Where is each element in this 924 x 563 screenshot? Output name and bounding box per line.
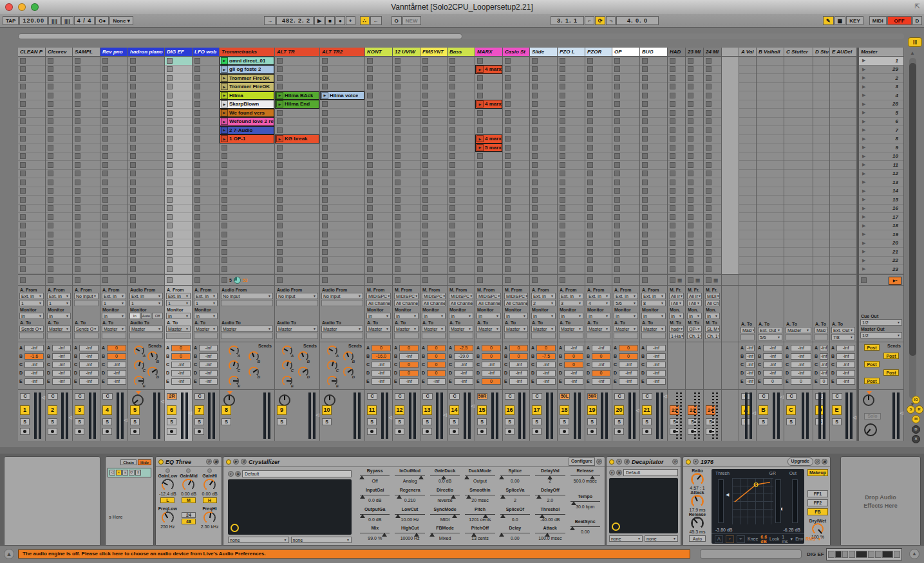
clip-stop-button[interactable] xyxy=(532,136,538,142)
clip-stop-button[interactable] xyxy=(706,84,712,89)
scene-slot-20[interactable]: ▶20 xyxy=(859,239,903,248)
param-slider-handle[interactable] xyxy=(545,530,550,537)
clip-stop-button[interactable] xyxy=(688,84,693,89)
send-amount[interactable]: -inf xyxy=(763,345,782,351)
session-record-new-button[interactable]: NEW xyxy=(402,16,421,25)
clip-stop-button[interactable] xyxy=(222,180,227,185)
send-amount[interactable]: -inf xyxy=(509,370,528,376)
io-select[interactable]: 5/6▼ xyxy=(614,300,638,306)
clip-stop-button[interactable] xyxy=(20,84,26,89)
io-select[interactable]: Ext. In▼ xyxy=(102,293,126,299)
clip-stop-button[interactable] xyxy=(587,75,593,81)
param-slider-handle[interactable] xyxy=(471,530,476,537)
solo-button[interactable]: S xyxy=(832,418,842,425)
track-header[interactable]: A Val xyxy=(739,48,756,57)
clip-stop-button[interactable] xyxy=(614,136,620,142)
clip-stop-button[interactable] xyxy=(587,171,593,176)
io-select[interactable]: In▼ xyxy=(422,313,446,319)
param-slider[interactable] xyxy=(535,512,565,517)
chain-solo-button[interactable]: s xyxy=(122,470,128,475)
clip-stop-button[interactable] xyxy=(706,145,712,151)
clip[interactable]: ▶SkarpBlown xyxy=(220,100,274,109)
clip-stop-button[interactable] xyxy=(642,188,648,194)
track-activator[interactable]: 14 xyxy=(449,405,459,415)
nudge-up-button[interactable]: |||| xyxy=(61,16,73,25)
clip-stop-button[interactable] xyxy=(449,214,455,220)
clip-stop-button[interactable] xyxy=(688,232,693,237)
clip-stop-button[interactable] xyxy=(130,101,136,107)
param-value[interactable]: 99.0 % xyxy=(357,536,392,540)
device-on-led[interactable] xyxy=(226,459,231,465)
param-slider-handle[interactable] xyxy=(499,530,504,537)
clip-stop-button[interactable] xyxy=(587,197,593,203)
clip-stop-button[interactable] xyxy=(322,205,328,211)
send-amount[interactable]: 0 xyxy=(427,362,446,368)
send-amount[interactable]: -inf xyxy=(372,370,391,376)
clip-stop-button[interactable] xyxy=(20,127,26,133)
clip-stop-button[interactable] xyxy=(367,197,373,203)
io-select[interactable]: SL M▼ xyxy=(705,326,720,332)
track-activator[interactable]: 20 xyxy=(614,405,624,415)
clip-stop-button[interactable] xyxy=(75,118,80,124)
param-value[interactable]: Output xyxy=(462,479,497,483)
clip-stop-button[interactable] xyxy=(587,136,593,142)
stop-clips-button[interactable] xyxy=(688,277,693,283)
audio-engine-warning[interactable]: The audio engine is off. Please click he… xyxy=(18,549,690,558)
clip-stop-button[interactable] xyxy=(48,153,53,159)
clip-stop-button[interactable] xyxy=(20,171,26,176)
stop-clips-button[interactable] xyxy=(167,277,173,283)
param-slider[interactable] xyxy=(360,512,390,517)
fb-button[interactable]: FB xyxy=(807,508,828,515)
clip-play-icon[interactable]: ▶ xyxy=(476,144,484,151)
clip-stop-button[interactable] xyxy=(477,232,483,237)
track-header[interactable]: PZOR xyxy=(585,48,612,57)
clip-stop-button[interactable] xyxy=(194,214,200,220)
send-amount[interactable]: -inf xyxy=(482,362,501,368)
clip-stop-button[interactable] xyxy=(532,84,538,89)
param-slider-handle[interactable] xyxy=(360,492,365,499)
clip-play-icon[interactable]: ▶ xyxy=(221,127,228,134)
send-amount[interactable]: -inf xyxy=(746,345,755,351)
key-map-button[interactable]: KEY xyxy=(846,16,863,25)
clip-stop-button[interactable] xyxy=(505,84,511,89)
clip-stop-button[interactable] xyxy=(102,153,108,159)
clip-stop-button[interactable] xyxy=(395,188,401,194)
io-select[interactable]: Ext. In▼ xyxy=(531,293,556,299)
clip-stop-button[interactable] xyxy=(130,205,136,211)
io-select[interactable]: In▼ xyxy=(587,313,610,319)
io-select[interactable]: All Channe▼ xyxy=(449,300,473,306)
clip-stop-button[interactable] xyxy=(277,180,283,185)
clip-stop-button[interactable] xyxy=(75,136,80,142)
io-select[interactable]: All Channe▼ xyxy=(476,300,501,306)
clip-stop-button[interactable] xyxy=(706,58,712,64)
clip-stop-button[interactable] xyxy=(670,145,675,151)
clip-stop-button[interactable] xyxy=(688,257,693,263)
io-select[interactable]: In▼ xyxy=(504,313,528,319)
solo-button[interactable]: S xyxy=(102,418,112,425)
track-activator[interactable]: B xyxy=(759,405,768,415)
clip-stop-button[interactable] xyxy=(102,93,108,98)
io-select[interactable]: 2▼ xyxy=(531,300,556,306)
clip[interactable]: ▶Wefound love 2 ref xyxy=(220,117,274,126)
clip-stop-button[interactable] xyxy=(130,58,136,64)
clip-stop-button[interactable] xyxy=(587,240,593,246)
clip-stop-button[interactable] xyxy=(449,66,455,72)
clip-stop-button[interactable] xyxy=(505,101,511,107)
clip-stop-button[interactable] xyxy=(222,197,227,203)
solo-button[interactable]: S xyxy=(20,418,30,425)
pan-control[interactable]: C xyxy=(532,393,542,400)
clip-stop-button[interactable] xyxy=(449,171,455,176)
pan-control[interactable]: 50L xyxy=(560,393,570,400)
clip-stop-button[interactable] xyxy=(422,240,428,246)
param-slider-handle[interactable] xyxy=(590,473,595,479)
clip-stop-button[interactable] xyxy=(395,145,401,151)
clip-stop-button[interactable] xyxy=(322,66,328,72)
rack-chain-button[interactable]: Chain xyxy=(120,459,137,465)
scene-play-icon[interactable]: ▶ xyxy=(862,171,865,176)
drop-audio-effects-panel[interactable]: Drop Audio Effects Here xyxy=(840,456,921,547)
time-signature-field[interactable]: 4 / 4 xyxy=(74,16,95,25)
io-select[interactable]: MIDISPC▼ xyxy=(422,293,446,299)
clip-stop-button[interactable] xyxy=(20,153,26,159)
clip-stop-button[interactable] xyxy=(322,136,328,142)
scene-play-icon[interactable]: ▶ xyxy=(862,266,865,272)
